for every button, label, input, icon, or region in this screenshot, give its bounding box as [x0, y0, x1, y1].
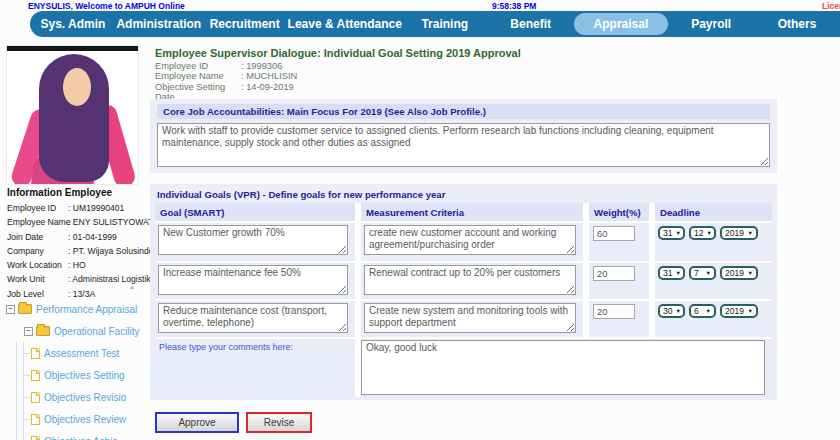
- nav-item-training[interactable]: Training: [402, 17, 488, 31]
- info-row: Work Location: HO: [7, 258, 143, 272]
- criteria-textarea-2[interactable]: Renewal contract up to 20% per customers: [364, 265, 576, 295]
- criteria-textarea-1[interactable]: create new customer account and working …: [364, 225, 576, 255]
- active-tab-pill[interactable]: Appraisal: [574, 13, 669, 35]
- goals-header: Individual Goals (VPR) - Define goals fo…: [150, 184, 777, 200]
- revise-button[interactable]: Revise: [246, 412, 312, 433]
- deadline-day-select-2[interactable]: 31: [658, 266, 685, 280]
- nav-item-recruitment[interactable]: Recruitment: [202, 17, 288, 31]
- deadline-year-select-3[interactable]: 2019: [720, 304, 758, 318]
- goal-row-1: New Customer growth 70% create new custo…: [155, 223, 772, 261]
- tree-leaf-label[interactable]: Objectives Achie: [44, 436, 118, 440]
- emp-info-value: : 1999306: [241, 61, 282, 71]
- clock-text: 9:58:38 PM: [492, 1, 536, 11]
- document-icon: [31, 348, 40, 359]
- main-navbar: Sys. Admin Administration Recruitment Le…: [30, 11, 840, 37]
- info-value: : PT. Wijaya Solusindo: [68, 244, 154, 258]
- individual-goals-panel: Individual Goals (VPR) - Define goals fo…: [150, 184, 777, 400]
- emp-info-label: Employee Name: [155, 71, 241, 81]
- menu-tree: Performance Appraisal Operational Facili…: [6, 298, 145, 440]
- info-label: Company: [7, 244, 68, 258]
- comments-textarea[interactable]: Okay, good luck: [361, 340, 765, 395]
- emp-info-row: Employee ID: 1999306: [155, 61, 297, 71]
- core-job-panel: Core Job Accountabilities: Main Focus Fo…: [150, 99, 777, 173]
- page-title: Employee Supervisor Dialogue: Individual…: [155, 47, 521, 59]
- weight-input-3[interactable]: [593, 304, 635, 319]
- goal-textarea-1[interactable]: New Customer growth 70%: [158, 225, 348, 255]
- nav-item-others[interactable]: Others: [754, 17, 840, 31]
- tree-connector: [16, 408, 23, 430]
- info-label: Work Location: [7, 258, 68, 272]
- core-job-textarea[interactable]: Work with staff to provide customer serv…: [157, 123, 770, 167]
- col-header-goal: Goal (SMART): [155, 203, 355, 221]
- tree-connector: [23, 342, 31, 364]
- tree-leaf-label[interactable]: Assessment Test: [44, 348, 119, 359]
- document-icon: [31, 414, 40, 425]
- employee-info-title: Information Employee: [7, 187, 143, 198]
- license-link[interactable]: License: [822, 1, 840, 11]
- panel-scroll-arrow-icon[interactable]: ▲: [129, 284, 135, 290]
- tree-node-operational-facility[interactable]: Operational Facility: [6, 320, 145, 342]
- tree-connector: [23, 364, 31, 386]
- tree-leaf-objectives-achievement[interactable]: Objectives Achie: [6, 430, 145, 440]
- tree-connector: [16, 386, 23, 408]
- collapse-icon[interactable]: [6, 305, 15, 314]
- document-icon: [31, 436, 40, 440]
- col-header-deadline: Deadline: [655, 203, 772, 221]
- tree-leaf-assessment-test[interactable]: Assessment Test: [6, 342, 145, 364]
- nav-item-sys-admin[interactable]: Sys. Admin: [30, 17, 116, 31]
- tree-node-performance-appraisal[interactable]: Performance Appraisal: [6, 298, 145, 320]
- nav-item-payroll[interactable]: Payroll: [668, 17, 754, 31]
- deadline-year-select-2[interactable]: 2019: [720, 266, 758, 280]
- goal-textarea-2[interactable]: Increase maintenance fee 50%: [158, 265, 348, 295]
- tree-connector: [23, 430, 31, 440]
- col-header-criteria: Measurement Criteria: [361, 203, 583, 221]
- weight-input-1[interactable]: [593, 226, 635, 241]
- goal-row-3: Reduce maintenance cost (transport, over…: [155, 301, 772, 337]
- comments-label: Please type your comments here:: [155, 339, 355, 397]
- deadline-month-select-2[interactable]: 7: [689, 266, 716, 280]
- nav-item-leave-attendance[interactable]: Leave & Attendance: [288, 17, 402, 31]
- emp-info-value: : MUCHLISIN: [241, 71, 297, 81]
- employee-info-panel: Information Employee Employee ID: UM1999…: [7, 187, 143, 301]
- tree-connector: [16, 342, 23, 364]
- criteria-textarea-3[interactable]: Create new system and monitoring tools w…: [364, 303, 576, 333]
- emp-info-row: Employee Name: MUCHLISIN: [155, 71, 297, 81]
- tree-node-label[interactable]: Performance Appraisal: [36, 304, 137, 315]
- deadline-month-select-1[interactable]: 12: [689, 226, 716, 240]
- col-header-weight: Weight(%): [589, 203, 649, 221]
- nav-item-appraisal-active[interactable]: Appraisal: [574, 13, 669, 35]
- app-window: ENYSULIS, Welcome to AMPUH Online 9:58:3…: [0, 0, 840, 440]
- tree-leaf-label[interactable]: Objectives Setting: [44, 370, 125, 381]
- target-employee-info: Employee ID: 1999306 Employee Name: MUCH…: [155, 61, 297, 102]
- document-icon: [31, 392, 40, 403]
- weight-input-2[interactable]: [593, 266, 635, 281]
- deadline-month-select-3[interactable]: 6: [689, 304, 716, 318]
- goal-row-2: Increase maintenance fee 50% Renewal con…: [155, 263, 772, 299]
- info-value: : UM19990401: [68, 201, 124, 215]
- tree-leaf-objectives-review[interactable]: Objectives Review: [6, 408, 145, 430]
- tree-leaf-label[interactable]: Objectives Revisio: [44, 392, 126, 403]
- info-row: Join Date: 01-04-1999: [7, 230, 143, 244]
- info-label: Employee Name: [7, 215, 68, 229]
- info-value: : HO: [68, 258, 86, 272]
- tree-leaf-objectives-revision[interactable]: Objectives Revisio: [6, 386, 145, 408]
- deadline-year-select-1[interactable]: 2019: [720, 226, 758, 240]
- tree-leaf-label[interactable]: Objectives Review: [44, 414, 126, 425]
- deadline-day-select-3[interactable]: 30: [658, 304, 685, 318]
- goal-textarea-3[interactable]: Reduce maintenance cost (transport, over…: [158, 303, 348, 333]
- nav-item-administration[interactable]: Administration: [116, 17, 202, 31]
- document-icon: [31, 370, 40, 381]
- comments-row: Please type your comments here: Okay, go…: [155, 339, 772, 397]
- info-row: Employee ID: UM19990401: [7, 201, 143, 215]
- tree-node-label[interactable]: Operational Facility: [54, 326, 140, 337]
- nav-item-benefit[interactable]: Benefit: [488, 17, 574, 31]
- deadline-day-select-1[interactable]: 31: [658, 226, 685, 240]
- info-label: Join Date: [7, 230, 68, 244]
- collapse-icon[interactable]: [24, 327, 33, 336]
- tree-connector: [23, 408, 31, 430]
- goals-table: Goal (SMART) Measurement Criteria Weight…: [155, 203, 772, 397]
- tree-leaf-objectives-setting[interactable]: Objectives Setting: [6, 364, 145, 386]
- info-label: Work Unit: [7, 272, 68, 286]
- folder-icon: [18, 304, 32, 314]
- approve-button[interactable]: Approve: [155, 412, 239, 433]
